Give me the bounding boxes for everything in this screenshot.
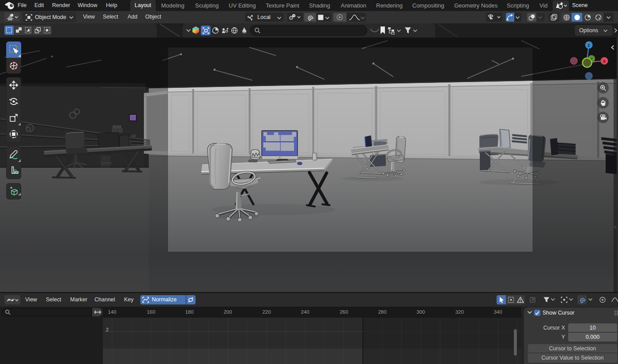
svg-text:Z: Z (588, 43, 590, 48)
svg-text:X: X (603, 59, 606, 64)
